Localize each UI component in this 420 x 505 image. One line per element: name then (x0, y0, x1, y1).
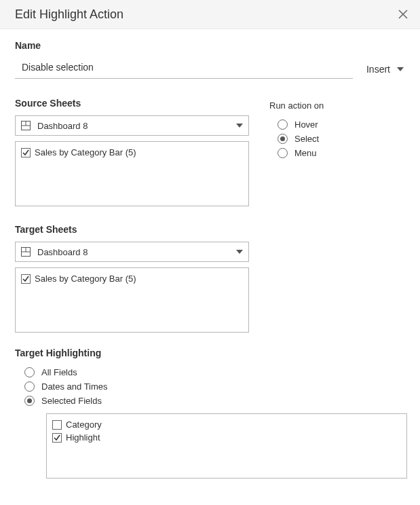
source-dashboard-dropdown[interactable]: Dashboard 8 (15, 115, 249, 136)
target-sheets-list[interactable]: Sales by Category Bar (5) (15, 267, 249, 333)
target-dashboard-dropdown[interactable]: Dashboard 8 (15, 242, 249, 262)
highlight-dates-times[interactable]: Dates and Times (15, 379, 405, 394)
dashboard-icon (21, 247, 31, 257)
target-highlighting-label: Target Highlighting (15, 348, 405, 358)
radio-label: Select (294, 134, 319, 144)
highlight-selected-fields[interactable]: Selected Fields (15, 394, 405, 408)
field-label: Category (66, 419, 102, 430)
dialog-titlebar: Edit Highlight Action (0, 0, 420, 29)
field-label: Highlight (66, 432, 100, 443)
list-item[interactable]: Sales by Category Bar (5) (21, 146, 243, 159)
dashboard-icon (21, 121, 31, 130)
target-dashboard-value: Dashboard 8 (37, 247, 236, 257)
dialog-title: Edit Highlight Action (15, 7, 123, 22)
chevron-down-icon (236, 124, 243, 128)
radio-label: Menu (294, 148, 317, 158)
list-item[interactable]: Sales by Category Bar (5) (21, 272, 243, 285)
source-dashboard-value: Dashboard 8 (37, 121, 236, 131)
close-button[interactable] (396, 7, 411, 22)
radio-label: Selected Fields (41, 396, 102, 406)
name-label: Name (15, 40, 405, 51)
run-action-select[interactable]: Select (269, 132, 405, 146)
run-action-label: Run action on (269, 100, 405, 111)
radio-button[interactable] (278, 119, 288, 130)
list-item[interactable]: Highlight (52, 431, 401, 444)
chevron-down-icon (397, 67, 404, 71)
target-sheets-label: Target Sheets (15, 224, 405, 235)
source-sheets-label: Source Sheets (15, 98, 249, 109)
checkbox[interactable] (21, 274, 31, 284)
close-icon (398, 10, 408, 19)
checkbox[interactable] (21, 148, 31, 157)
radio-label: Hover (294, 119, 318, 130)
list-item[interactable]: Category (52, 418, 401, 431)
selected-fields-list[interactable]: Category Highlight (46, 413, 407, 479)
radio-label: Dates and Times (41, 381, 108, 392)
insert-label: Insert (366, 64, 390, 75)
target-sheet-label: Sales by Category Bar (5) (35, 274, 136, 284)
highlight-all-fields[interactable]: All Fields (15, 365, 405, 379)
checkbox[interactable] (52, 433, 62, 443)
radio-button[interactable] (24, 396, 35, 406)
run-action-hover[interactable]: Hover (269, 117, 405, 132)
radio-button[interactable] (24, 367, 35, 377)
checkbox[interactable] (52, 420, 62, 430)
radio-button[interactable] (278, 134, 288, 144)
source-sheet-label: Sales by Category Bar (5) (35, 147, 136, 157)
radio-button[interactable] (24, 381, 35, 392)
radio-label: All Fields (41, 367, 77, 377)
action-name-input[interactable] (15, 58, 353, 79)
insert-button[interactable]: Insert (365, 60, 405, 79)
source-sheets-list[interactable]: Sales by Category Bar (5) (15, 141, 249, 206)
run-action-menu[interactable]: Menu (269, 146, 405, 160)
radio-button[interactable] (278, 148, 288, 158)
chevron-down-icon (236, 250, 243, 254)
